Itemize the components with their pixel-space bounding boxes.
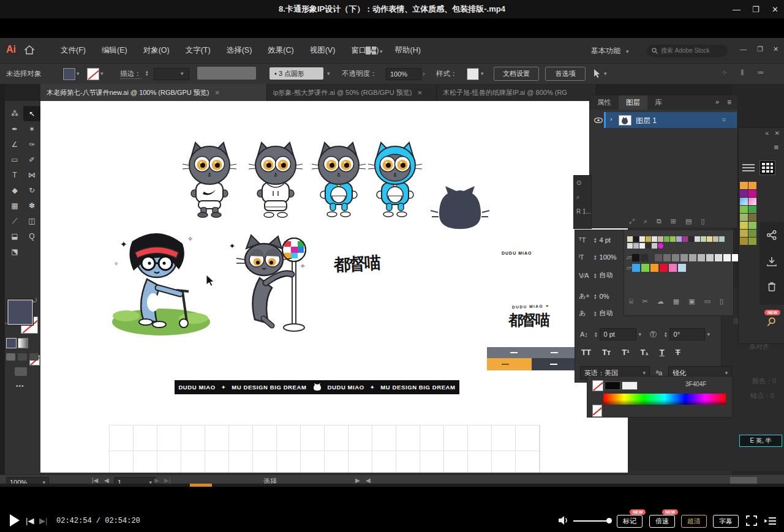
tool-icon-9[interactable]: ⋈	[23, 167, 40, 182]
gray-swatch[interactable]	[641, 254, 648, 261]
player-button-超清[interactable]: 超清	[681, 515, 707, 528]
play-button[interactable]	[10, 514, 20, 526]
playlist-icon[interactable]	[764, 517, 776, 525]
grid-view-icon[interactable]	[760, 160, 775, 175]
chevron-down-icon[interactable]: ▾	[100, 70, 104, 77]
stroke-color-swatch[interactable]	[87, 68, 99, 80]
baseline-shift-control[interactable]: A↕ ▴▾ 0 pt ▾	[580, 328, 641, 340]
home-icon[interactable]	[24, 45, 34, 54]
char-stepper[interactable]: ▴▾	[594, 310, 597, 317]
chevron-down-icon[interactable]: ▾	[181, 70, 184, 77]
layer-target-icon[interactable]: ○	[722, 116, 726, 123]
workspace-switcher[interactable]: 基本功能	[591, 46, 620, 56]
gray-swatch[interactable]	[723, 254, 731, 261]
panel-menu-icon[interactable]: ≡	[727, 98, 731, 107]
pattern-swatch[interactable]	[664, 236, 669, 242]
menu-item-帮[interactable]: 帮助(H)	[387, 38, 429, 63]
tab-close-icon[interactable]: ✕	[214, 89, 219, 96]
illustrator-logo[interactable]: Ai	[6, 44, 16, 55]
first-artboard-icon[interactable]: |◀	[92, 477, 98, 484]
status-prev-icon[interactable]: ◀	[366, 477, 371, 484]
gray-swatch[interactable]	[632, 254, 639, 261]
volume-slider-handle[interactable]	[606, 518, 612, 523]
pattern-swatch[interactable]	[719, 236, 725, 242]
color-white-swatch[interactable]	[622, 381, 638, 390]
document-setup-button[interactable]: 文档设置	[494, 67, 539, 81]
tool-icon-4[interactable]: ∠	[6, 137, 23, 152]
pattern-swatch[interactable]	[652, 243, 657, 249]
tool-icon-11[interactable]: ↻	[23, 182, 40, 198]
window-maximize-icon[interactable]: ❐	[752, 5, 760, 14]
document-tab[interactable]: 木松子旭-怪兽的纸牌屋IP.ai @ 800% (RG	[437, 84, 597, 101]
player-button-标记[interactable]: 标记	[617, 515, 643, 528]
edit-toolbar-icon[interactable]: •••	[16, 383, 24, 389]
chevron-down-icon[interactable]: ▾	[77, 70, 80, 77]
menu-item-选[interactable]: 选择(S)	[219, 38, 260, 63]
char-row[interactable]: あ▴▾自动	[579, 309, 613, 318]
draw-normal-button[interactable]	[6, 353, 15, 361]
width-profile-preview[interactable]	[197, 67, 256, 80]
stock-search-input[interactable]: 搜索 Adobe Stock	[647, 45, 728, 57]
tool-icon-17[interactable]: Q	[23, 228, 40, 244]
swatches-footer-icon[interactable]: ⌸	[629, 298, 633, 305]
close-icon[interactable]: ✕	[775, 130, 780, 137]
stroke-weight-value[interactable]	[154, 68, 189, 80]
library-swatch[interactable]	[740, 182, 748, 189]
collapsed-panel-icon[interactable]: ⊙	[574, 176, 591, 190]
char-row[interactable]: ᴵT▴▾100%	[579, 253, 617, 261]
swatches-footer-icon[interactable]: ▣	[688, 298, 695, 305]
layers-footer-icon[interactable]: ⤢	[629, 217, 635, 225]
tool-icon-15[interactable]: ◫	[23, 213, 40, 228]
folder-icon[interactable]: ▱	[627, 264, 631, 272]
library-swatch[interactable]	[748, 230, 756, 237]
swatches-footer-icon[interactable]: ▯	[720, 298, 723, 305]
char-row[interactable]: ᵀT▴▾4 pt	[579, 236, 611, 244]
opacity-value[interactable]: 100%	[386, 68, 421, 80]
format-button-0[interactable]: TT	[581, 348, 591, 357]
next-video-button[interactable]: ▶|	[39, 516, 47, 525]
pattern-swatch[interactable]	[639, 243, 645, 249]
char-row[interactable]: あ+▴▾0%	[579, 291, 609, 301]
chevron-down-icon[interactable]: ▾	[626, 48, 629, 54]
spectrum-none[interactable]	[592, 405, 602, 417]
library-swatch[interactable]	[740, 206, 748, 213]
library-swatch[interactable]	[740, 222, 748, 229]
player-button-倍速[interactable]: 倍速	[649, 515, 675, 528]
color-black-swatch[interactable]	[605, 381, 620, 390]
collapsed-panel-icon[interactable]: ⌕	[574, 190, 591, 204]
color-swatch[interactable]	[632, 264, 640, 272]
char-stepper[interactable]: ▴▾	[594, 272, 597, 279]
pattern-swatch[interactable]	[707, 236, 712, 242]
char-stepper[interactable]: ▴▾	[594, 293, 597, 299]
next-artboard-icon[interactable]: ▶	[154, 477, 159, 484]
swatches-footer-icon[interactable]: ☁	[657, 298, 664, 305]
baseline-shift-value[interactable]: 0 pt	[600, 328, 636, 340]
menu-item-对[interactable]: 对象(O)	[135, 38, 178, 63]
screen-mode-button[interactable]	[15, 367, 27, 376]
volume-slider[interactable]	[573, 520, 609, 522]
pattern-swatch[interactable]	[695, 236, 700, 242]
gray-swatch[interactable]	[672, 254, 679, 261]
arrange-documents-icon[interactable]	[366, 47, 376, 54]
collapse-icon[interactable]: «	[765, 130, 769, 137]
tool-icon-13[interactable]: ✽	[23, 198, 40, 213]
seek-bar[interactable]	[0, 484, 784, 487]
stroke-weight-stepper[interactable]: ▴▾	[146, 70, 148, 76]
pattern-swatch[interactable]	[627, 243, 633, 249]
tool-icon-7[interactable]: ✐	[23, 152, 40, 167]
chevron-down-icon[interactable]: ▾	[327, 70, 330, 77]
library-swatch[interactable]	[748, 214, 756, 221]
ai-restore-icon[interactable]: ❐	[757, 45, 763, 53]
options-icon[interactable]: ⁘	[722, 69, 727, 77]
document-tab[interactable]: 木老师第七-八节课件new.ai @ 100% (RGB/GPU 预览)✕	[40, 84, 267, 101]
swatches-footer-icon[interactable]: ✂	[643, 298, 648, 305]
tool-icon-5[interactable]: ✑	[23, 137, 40, 152]
default-fill-stroke-icon[interactable]: ▫	[5, 320, 7, 326]
draw-behind-button[interactable]	[18, 353, 27, 361]
char-row-value[interactable]: 自动	[600, 271, 613, 280]
layer-name[interactable]: 图层 1	[636, 116, 657, 126]
tool-icon-18[interactable]: ⬔	[6, 244, 23, 259]
stroke-weight-label[interactable]: 描边：	[120, 69, 141, 79]
artboard-canvas[interactable]: ✦ ✧ ✧	[40, 101, 628, 473]
layer-expand-arrow[interactable]: ›	[610, 115, 612, 122]
